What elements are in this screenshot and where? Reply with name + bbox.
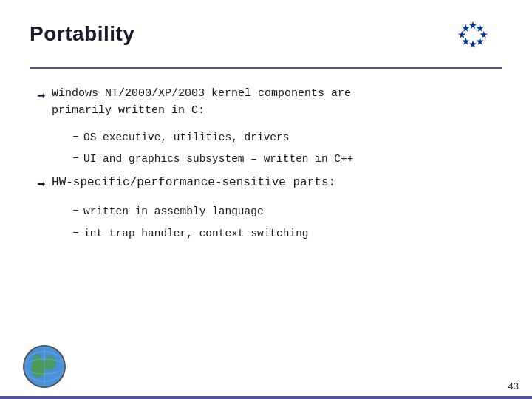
sub-bullet-1-1-text: OS executive, utilities, drivers [83, 130, 289, 146]
svg-marker-3 [477, 38, 484, 45]
bottom-bar [0, 396, 532, 399]
sub-bullet-2-1: – written in assembly language [72, 204, 502, 220]
bullet-1: ➡ Windows NT/2000/XP/2003 kernel compone… [37, 85, 502, 120]
content-area: ➡ Windows NT/2000/XP/2003 kernel compone… [30, 85, 502, 242]
bullet-2-icon: ➡ [37, 175, 46, 194]
svg-marker-4 [469, 41, 477, 48]
bullet-2: ➡ HW-specific/performance-sensitive part… [37, 174, 502, 194]
svg-point-9 [31, 358, 46, 378]
globe-icon [22, 344, 66, 389]
sub-bullet-2-2: – int trap handler, context switching [72, 226, 502, 242]
svg-marker-7 [462, 24, 469, 32]
svg-marker-0 [469, 21, 477, 29]
sub-bullet-2-1-text: written in assembly language [83, 204, 264, 220]
title-area: Portability [30, 22, 502, 63]
svg-marker-1 [477, 24, 484, 32]
svg-marker-6 [458, 31, 466, 38]
sub-bullets-1: – OS executive, utilities, drivers – UI … [72, 130, 502, 168]
sub-bullet-1-2: – UI and graphics subsystem – written in… [72, 151, 502, 168]
bullet-1-icon: ➡ [37, 86, 46, 105]
svg-point-10 [44, 355, 56, 370]
eu-stars-logo [443, 18, 502, 63]
slide-title: Portability [30, 22, 134, 46]
slide: Portability ➡ Windows N [0, 0, 532, 399]
sub-bullets-2: – written in assembly language – int tra… [72, 204, 502, 242]
bullet-1-text: Windows NT/2000/XP/2003 kernel component… [52, 85, 351, 120]
dash-2-2: – [72, 226, 79, 239]
svg-marker-5 [462, 38, 469, 45]
dash-1-2: – [72, 151, 79, 164]
dash-1-1: – [72, 130, 79, 143]
bullet-2-text: HW-specific/performance-sensitive parts: [52, 174, 335, 192]
sub-bullet-1-1: – OS executive, utilities, drivers [72, 130, 502, 146]
title-divider [30, 67, 502, 69]
sub-bullet-2-2-text: int trap handler, context switching [83, 226, 309, 242]
svg-marker-2 [480, 31, 488, 38]
sub-bullet-1-2-text: UI and graphics subsystem – written in C… [83, 151, 353, 168]
page-number: 43 [508, 381, 519, 392]
dash-2-1: – [72, 204, 79, 216]
